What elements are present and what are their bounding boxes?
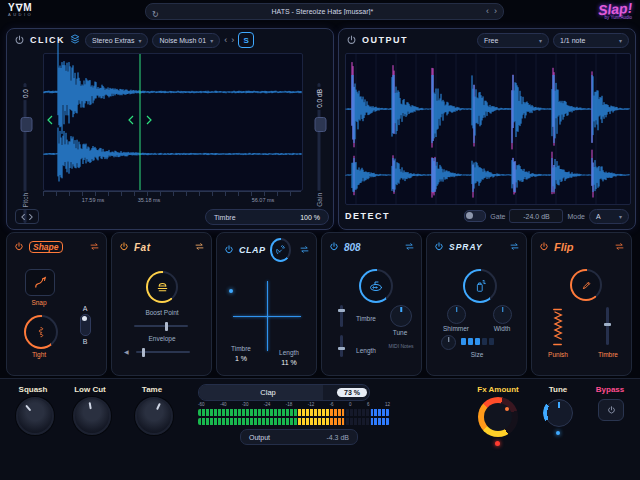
- spray-reorder-icon[interactable]: [509, 238, 520, 256]
- detect-label: DETECT: [345, 211, 390, 221]
- envelope-handle[interactable]: [142, 348, 145, 357]
- selected-module-name: Clap: [199, 388, 337, 397]
- ab-switch[interactable]: [80, 314, 91, 336]
- pitch-slider-handle[interactable]: [20, 117, 32, 132]
- plugin-window: Y∇M AUDIO HATS - Stereoize Hats [mussar]…: [0, 0, 640, 480]
- envelope-label: Envelope: [118, 335, 206, 342]
- clap-timbre-value[interactable]: 1 %: [223, 355, 259, 362]
- module-clap: Clap Timbre 1 % Length 11 %: [216, 232, 317, 376]
- 808-length-label: Length: [348, 347, 384, 354]
- note-select[interactable]: 1/1 note: [553, 33, 629, 48]
- punish-spring-icon[interactable]: [550, 307, 565, 351]
- layer-select[interactable]: Stereo Extras: [85, 33, 148, 48]
- boost-point-handle[interactable]: [165, 322, 168, 331]
- gain-slider-handle[interactable]: [314, 117, 326, 132]
- q-knob[interactable]: [441, 335, 456, 350]
- width-knob[interactable]: [493, 305, 512, 324]
- 808-title: 808: [344, 242, 361, 253]
- 808-reorder-icon[interactable]: [404, 238, 415, 256]
- 808-timbre-slider[interactable]: [340, 305, 343, 327]
- slap-logo-text: Slap!: [597, 1, 632, 17]
- timbre-label: Timbre: [214, 214, 236, 221]
- squash-knob[interactable]: [16, 397, 54, 435]
- boost-point-slider[interactable]: [134, 325, 188, 327]
- expand-view-button[interactable]: [15, 209, 39, 224]
- 808-tune-knob[interactable]: [390, 305, 412, 327]
- fat-boost-knob[interactable]: [146, 271, 178, 303]
- detect-toggle[interactable]: [464, 210, 486, 222]
- output-level-control[interactable]: Output -4.3 dB: [240, 429, 358, 445]
- flip-timbre-slider[interactable]: [606, 307, 609, 345]
- chevron-down-icon: [619, 213, 622, 220]
- clap-hands-icon: [274, 244, 286, 256]
- 808-midi-notes-label[interactable]: MIDI Notes: [384, 343, 418, 350]
- clap-xy-pad[interactable]: [231, 277, 303, 355]
- fat-reorder-icon[interactable]: [194, 238, 205, 256]
- sample-prev-button[interactable]: ‹: [224, 36, 227, 45]
- layers-icon[interactable]: [69, 31, 81, 49]
- sample-next-button[interactable]: ›: [231, 36, 234, 45]
- snap-control[interactable]: [25, 269, 55, 296]
- click-waveform[interactable]: [43, 53, 303, 191]
- tune-label: Tune: [540, 385, 576, 394]
- timbre-slider[interactable]: Timbre 100 %: [205, 209, 329, 225]
- preset-browser[interactable]: HATS - Stereoize Hats [mussar]* ‹ ›: [145, 3, 504, 20]
- module-808: 808 Timbre Length Tune MIDI Notes: [321, 232, 422, 376]
- tight-knob[interactable]: [24, 315, 58, 349]
- preset-next-button[interactable]: ›: [494, 7, 497, 16]
- shimmer-knob[interactable]: [447, 305, 466, 324]
- spray-power-button[interactable]: [433, 241, 445, 253]
- fx-amount-knob[interactable]: [478, 397, 518, 437]
- spray-can-icon: [473, 279, 487, 293]
- clap-dial[interactable]: [270, 238, 292, 262]
- flip-dial[interactable]: [570, 269, 602, 301]
- tame-knob[interactable]: [135, 397, 173, 435]
- mode-select[interactable]: A: [589, 209, 629, 224]
- 808-power-button[interactable]: [328, 241, 340, 253]
- ab-switch-a-label: A: [83, 305, 88, 312]
- gate-value-field[interactable]: -24.0 dB: [509, 209, 563, 223]
- pitch-slider[interactable]: 0.0 Pitch: [15, 83, 35, 223]
- flip-power-button[interactable]: [538, 241, 550, 253]
- 808-length-handle[interactable]: [338, 347, 345, 350]
- 808-dial[interactable]: [359, 269, 393, 303]
- shape-power-button[interactable]: [13, 241, 25, 253]
- preset-prev-button[interactable]: ‹: [486, 7, 489, 16]
- selected-module-display[interactable]: Clap 73 %: [198, 384, 370, 401]
- size-segments[interactable]: [461, 338, 494, 345]
- envelope-slider[interactable]: [136, 351, 190, 353]
- spray-dial[interactable]: [463, 269, 497, 303]
- 808-length-slider[interactable]: [340, 335, 343, 357]
- output-header: OUTPUT Free 1/1 note: [339, 31, 635, 49]
- envelope-direction-icon[interactable]: ◀: [124, 348, 129, 355]
- shape-reorder-icon[interactable]: [89, 238, 100, 256]
- burger-icon: [155, 280, 170, 295]
- preset-name[interactable]: HATS - Stereoize Hats [mussar]*: [164, 8, 481, 15]
- clap-reorder-icon[interactable]: [299, 241, 310, 259]
- sample-select[interactable]: Noise Mush 01: [152, 33, 220, 48]
- tight-label: Tight: [13, 351, 65, 358]
- 808-tune-label: Tune: [382, 329, 418, 336]
- output-power-button[interactable]: [345, 34, 358, 47]
- bypass-button[interactable]: [598, 399, 624, 421]
- solo-button[interactable]: S: [238, 32, 254, 48]
- bypass-power-icon: [606, 405, 617, 416]
- xy-pad-horizontal-axis: [233, 316, 301, 317]
- click-power-button[interactable]: [13, 34, 26, 47]
- gain-slider[interactable]: 0.0 dB Gain: [309, 83, 329, 223]
- clap-power-button[interactable]: [223, 244, 235, 256]
- refresh-icon[interactable]: [152, 3, 159, 21]
- flip-timbre-handle[interactable]: [604, 323, 611, 326]
- width-label: Width: [477, 325, 527, 332]
- 808-timbre-handle[interactable]: [338, 309, 345, 312]
- flip-reorder-icon[interactable]: [614, 238, 625, 256]
- fat-power-button[interactable]: [118, 241, 130, 253]
- lowcut-knob[interactable]: [73, 397, 111, 435]
- tune-led: [556, 431, 560, 435]
- clap-length-value[interactable]: 11 %: [269, 359, 309, 366]
- sync-select[interactable]: Free: [477, 33, 549, 48]
- fat-title: Fat: [134, 242, 151, 253]
- time-label: 56.07 ms: [235, 197, 291, 203]
- meter-scale: -60 -40 -30 -24 -18 -12 -6 0 6 12: [198, 402, 390, 407]
- tune-knob[interactable]: [545, 399, 573, 427]
